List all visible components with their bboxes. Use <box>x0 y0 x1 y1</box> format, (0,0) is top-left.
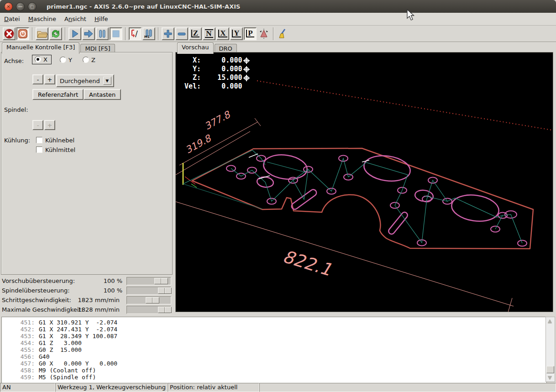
pause-icon <box>98 29 106 38</box>
optional-pause-button[interactable]: M1 <box>142 27 155 40</box>
axis-radio-x[interactable]: X <box>32 55 51 64</box>
tab-mdi[interactable]: MDI [F5] <box>80 44 115 53</box>
gcode-line[interactable]: 456:G40 <box>2 353 546 360</box>
estop-button[interactable] <box>3 27 16 40</box>
view-z-button[interactable]: Z <box>189 27 202 40</box>
gcode-listing-area: 451:G1 X 310.921 Y -2.074 452:G1 X 247.4… <box>0 316 556 383</box>
menu-maschine[interactable]: Maschine <box>24 14 60 24</box>
open-file-button[interactable] <box>36 27 48 40</box>
view-z-rotated-button[interactable]: N <box>203 27 215 40</box>
jog-minus-button[interactable]: - <box>32 74 43 84</box>
backplot-drawing: 377.8 319.8 822.1 <box>176 52 553 312</box>
zoom-in-icon <box>163 29 173 38</box>
window-minimize-button[interactable]: — <box>16 2 25 11</box>
menu-hilfe[interactable]: Hilfe <box>90 14 112 24</box>
axis-radio-z[interactable]: Z <box>83 57 95 63</box>
window-maximize-button[interactable]: ▢ <box>28 2 37 11</box>
zoom-out-button[interactable] <box>175 27 188 40</box>
gcode-scrollbar[interactable]: ▲ ▼ <box>546 317 555 382</box>
scrollbar-thumb[interactable] <box>546 366 554 373</box>
reload-button[interactable] <box>49 27 62 40</box>
preview-canvas[interactable]: 377.8 319.8 822.1 <box>175 52 553 312</box>
spindle-plus-button[interactable]: + <box>44 120 55 130</box>
gcode-line[interactable]: 452:G1 X 247.431 Y -2.074 <box>2 326 546 333</box>
feed-override-slider[interactable] <box>126 277 171 285</box>
view-perspective-button[interactable]: P <box>244 27 257 40</box>
gcode-line[interactable]: 458:M9 (Coolant off) <box>2 367 546 374</box>
rotate-view-icon <box>258 28 269 39</box>
slider-thumb[interactable] <box>154 278 168 284</box>
tab-dro[interactable]: DRO <box>215 44 237 53</box>
gcode-line[interactable]: 451:G1 X 310.921 Y -2.074 <box>2 319 546 326</box>
jog-speed-slider[interactable] <box>126 296 171 304</box>
view-x-button[interactable]: X <box>216 27 229 40</box>
view-z-rotated-icon: N <box>205 29 213 38</box>
tab-vorschau[interactable]: Vorschau <box>177 42 214 54</box>
svg-text:/: / <box>135 29 138 38</box>
slider-thumb[interactable] <box>158 287 172 294</box>
gcode-line[interactable]: 453:G1 X 28.349 Y 100.087 <box>2 333 546 340</box>
menu-ansicht[interactable]: Ansicht <box>60 14 90 24</box>
radio-y-icon <box>60 57 66 63</box>
flood-checkbox[interactable]: Kühlmittel <box>36 146 75 153</box>
axis-radio-y[interactable]: Y <box>60 57 72 63</box>
spindle-minus-button[interactable]: - <box>32 120 43 130</box>
manual-tab-page: Achse: X Y Z - + Durchgehend ▼ Referenzf… <box>1 52 173 275</box>
toolbar-separator <box>158 27 159 40</box>
jog-mode-dropdown[interactable]: Durchgehend ▼ <box>56 74 114 87</box>
machine-power-button[interactable] <box>16 27 29 40</box>
rotate-view-button[interactable] <box>257 27 270 40</box>
spindle-override-row: Spindelübersteuerung: 100 % <box>0 286 173 295</box>
dro-z: Z: 15.000 <box>180 73 242 82</box>
step-button[interactable] <box>82 27 95 40</box>
open-file-icon <box>37 29 47 39</box>
spindle-label: Spindel: <box>4 106 28 113</box>
zoom-in-button[interactable] <box>162 27 174 40</box>
clear-plot-button[interactable] <box>277 27 289 40</box>
tab-manuelle-kontrolle[interactable]: Manuelle Kontrolle [F3] <box>2 42 79 54</box>
homed-icon <box>243 57 250 64</box>
skip-lines-button[interactable]: / <box>129 27 142 40</box>
slider-thumb[interactable] <box>146 297 159 303</box>
menu-datei[interactable]: Datei <box>0 14 24 24</box>
scroll-down-icon[interactable]: ▼ <box>546 374 553 381</box>
dimension-labels: 377.8 319.8 822.1 <box>184 109 334 280</box>
dro-y: Y: 0.000 <box>180 65 242 73</box>
jog-speed-label: Schrittgeschwindigkeit: <box>2 297 71 303</box>
reload-icon <box>51 29 61 39</box>
view-x-icon: X <box>218 30 227 37</box>
toolbar-separator <box>65 27 66 40</box>
flood-checkbox-icon <box>36 146 42 153</box>
toolbar-separator <box>125 27 126 40</box>
touch-off-button[interactable]: Antasten <box>84 89 121 100</box>
manual-control-panel: Manuelle Kontrolle [F3] MDI [F5] Achse: … <box>0 42 173 316</box>
slider-thumb[interactable] <box>158 307 172 313</box>
gcode-line[interactable]: 455:G0 Z 15.000 <box>2 346 546 353</box>
spindle-override-slider[interactable] <box>126 287 171 295</box>
dim-inner-label: 319.8 <box>184 132 214 156</box>
coolant-label: Kühlung: <box>4 137 30 144</box>
max-velocity-slider[interactable] <box>126 306 171 314</box>
pause-button[interactable] <box>96 27 109 40</box>
menubar: Datei Maschine Ansicht Hilfe <box>0 13 556 26</box>
gcode-text[interactable]: 451:G1 X 310.921 Y -2.074 452:G1 X 247.4… <box>1 317 547 384</box>
run-icon <box>70 29 79 38</box>
home-axis-button[interactable]: Referenzfahrt <box>32 89 84 100</box>
gcode-line[interactable]: 454:G1 Z 3.000 <box>2 340 546 346</box>
view-y-button[interactable]: Y <box>230 27 243 40</box>
mist-checkbox[interactable]: Kühlnebel <box>36 137 74 144</box>
axis-label: Achse: <box>4 57 24 64</box>
dimension-lines <box>176 118 514 312</box>
gcode-line[interactable]: 457:G0 X 0.000 Y 0.000 <box>2 360 546 367</box>
dro-readout: X: 0.000 Y: 0.000 Z: 15.000 Vel: 0.000 <box>180 56 250 91</box>
homed-icon <box>243 75 250 81</box>
scroll-up-icon[interactable]: ▲ <box>546 318 553 324</box>
stop-button[interactable] <box>110 27 122 40</box>
dro-x: X: 0.000 <box>180 56 242 65</box>
gcode-line[interactable]: 459:M5 (Spindle off) <box>2 374 546 381</box>
window-close-button[interactable]: ✕ <box>4 2 13 11</box>
dro-vel: Vel: 0.000 <box>180 82 242 91</box>
jog-plus-button[interactable]: + <box>44 74 55 84</box>
run-button[interactable] <box>68 27 81 40</box>
view-y-icon: Y <box>232 30 241 37</box>
